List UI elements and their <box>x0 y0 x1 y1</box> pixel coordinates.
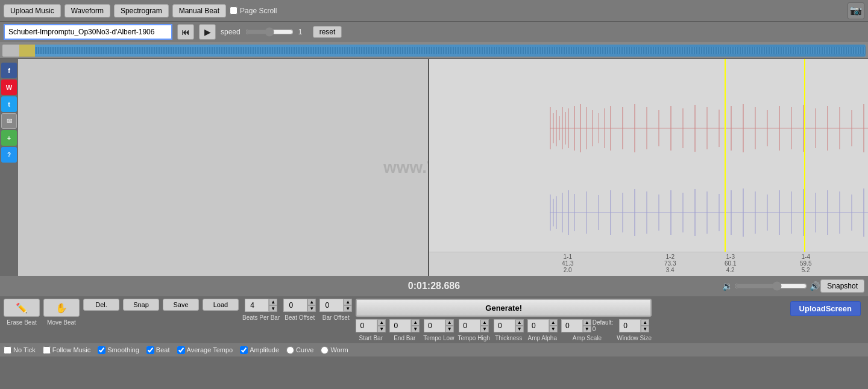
manual-beat-button[interactable]: Manual Beat <box>172 4 226 17</box>
twitter-button[interactable]: t <box>1 96 17 112</box>
upload-screen-button[interactable]: UploadScreen <box>790 301 861 316</box>
svg-rect-20 <box>682 108 684 148</box>
amp-scale-input[interactable] <box>561 319 583 332</box>
beat-offset-up[interactable]: ▲ <box>307 299 316 305</box>
speed-slider[interactable] <box>245 27 294 37</box>
waveform-button[interactable]: Waveform <box>64 4 110 17</box>
svg-rect-18 <box>658 110 659 146</box>
tempo-high-input[interactable] <box>459 319 480 332</box>
time-display-row: 0:01:28.686 🔉 🔊 Snapshot <box>0 276 868 296</box>
overview-track[interactable] <box>2 45 866 57</box>
svg-rect-35 <box>863 104 864 152</box>
window-size-up[interactable]: ▲ <box>641 319 649 326</box>
upload-music-button[interactable]: Upload Music <box>4 4 61 17</box>
bar-offset-down[interactable]: ▼ <box>344 305 352 312</box>
beats-per-bar-row: ▲ ▼ <box>245 299 277 312</box>
del-group: Del. <box>83 299 119 311</box>
end-bar-up[interactable]: ▲ <box>411 319 420 326</box>
window-size-down[interactable]: ▼ <box>641 326 649 332</box>
tempo-low-up[interactable]: ▲ <box>445 319 454 326</box>
thickness-input[interactable] <box>494 319 515 332</box>
svg-rect-15 <box>622 107 623 149</box>
plus-button[interactable]: + <box>1 130 17 146</box>
smoothing-checkbox[interactable] <box>98 346 105 354</box>
save-button[interactable]: Save <box>163 299 199 311</box>
svg-rect-21 <box>694 105 696 152</box>
svg-rect-52 <box>568 190 569 235</box>
svg-rect-24 <box>731 106 732 151</box>
follow-music-checkbox-label: Follow Music <box>43 346 91 354</box>
end-bar-down[interactable]: ▼ <box>411 326 420 332</box>
erase-beat-group: ✏️ Erase Beat <box>4 299 40 326</box>
overview-wave <box>35 45 866 57</box>
svg-rect-73 <box>815 193 816 232</box>
svg-rect-8 <box>574 106 575 151</box>
generate-button[interactable]: Generate! <box>356 299 652 317</box>
beats-per-bar-down[interactable]: ▼ <box>269 305 277 312</box>
window-size-label: Window Size <box>617 335 652 341</box>
curve-radio-label: Curve <box>286 346 313 354</box>
tempo-high-up[interactable]: ▲ <box>480 319 489 326</box>
email-button[interactable]: ✉ <box>1 113 17 129</box>
amp-alpha-down[interactable]: ▼ <box>549 326 558 332</box>
svg-rect-2 <box>553 113 554 143</box>
amp-alpha-up[interactable]: ▲ <box>549 319 558 326</box>
svg-rect-55 <box>598 195 599 230</box>
reset-button[interactable]: reset <box>313 26 342 38</box>
end-bar-group: ▲ ▼ End Bar <box>389 319 420 341</box>
start-bar-up[interactable]: ▲ <box>377 319 386 326</box>
beats-per-bar-up[interactable]: ▲ <box>269 299 277 305</box>
beats-per-bar-input[interactable] <box>245 299 269 312</box>
del-button[interactable]: Del. <box>83 299 119 311</box>
svg-rect-13 <box>604 108 605 148</box>
play-button[interactable]: ▶ <box>199 24 216 40</box>
bar-offset-up[interactable]: ▲ <box>344 299 352 305</box>
beats-per-bar-group: ▲ ▼ Beats Per Bar <box>242 299 280 321</box>
page-scroll-label: Page Scroll <box>230 7 277 15</box>
volume-slider[interactable] <box>735 281 807 291</box>
amp-scale-up[interactable]: ▲ <box>583 319 591 326</box>
move-beat-button[interactable]: ✋ <box>43 299 80 317</box>
no-tick-checkbox[interactable] <box>4 346 11 354</box>
amplitude-checkbox[interactable] <box>240 346 248 354</box>
amplitude-checkbox-label: Amplitude <box>240 346 279 354</box>
thickness-down[interactable]: ▼ <box>515 326 524 332</box>
erase-beat-button[interactable]: ✏️ <box>4 299 40 317</box>
start-bar-input[interactable] <box>356 319 377 332</box>
svg-rect-11 <box>592 110 593 146</box>
svg-rect-60 <box>658 194 659 231</box>
curve-radio[interactable] <box>286 346 294 354</box>
beat-offset-input[interactable] <box>283 299 307 312</box>
tempo-low-down[interactable]: ▼ <box>445 326 454 332</box>
svg-rect-75 <box>839 191 840 234</box>
worm-radio[interactable] <box>321 346 329 354</box>
tempo-high-group: ▲ ▼ Tempo High <box>458 319 489 341</box>
red-waveform <box>550 95 868 161</box>
rewind-button[interactable]: ⏮ <box>177 24 194 40</box>
weibo-button[interactable]: W <box>1 79 17 95</box>
beat-offset-down[interactable]: ▼ <box>307 305 316 312</box>
file-name-input[interactable] <box>4 24 172 40</box>
tempo-low-input[interactable] <box>424 319 445 332</box>
tempo-high-down[interactable]: ▼ <box>480 326 489 332</box>
window-size-input[interactable] <box>619 319 641 332</box>
amp-alpha-input[interactable] <box>527 319 549 332</box>
end-bar-input[interactable] <box>389 319 411 332</box>
load-button[interactable]: Load <box>203 299 239 311</box>
window-size-group: ▲ ▼ Window Size <box>617 319 652 341</box>
thickness-up[interactable]: ▲ <box>515 319 524 326</box>
snap-button[interactable]: Snap <box>123 299 159 311</box>
follow-music-checkbox[interactable] <box>43 346 51 354</box>
amp-scale-down[interactable]: ▼ <box>583 326 591 332</box>
spectrogram-button[interactable]: Spectrogram <box>114 4 169 17</box>
snapshot-button[interactable]: Snapshot <box>820 279 864 293</box>
beat-offset-row: ▲ ▼ <box>283 299 316 312</box>
bar-offset-input[interactable] <box>319 299 344 312</box>
average-tempo-checkbox[interactable] <box>177 346 185 354</box>
start-bar-down[interactable]: ▼ <box>377 326 386 332</box>
svg-rect-4 <box>559 116 560 140</box>
facebook-button[interactable]: f <box>1 63 17 78</box>
help-button[interactable]: ? <box>1 147 17 163</box>
page-scroll-checkbox[interactable] <box>230 7 237 14</box>
beat-checkbox[interactable] <box>146 346 154 354</box>
